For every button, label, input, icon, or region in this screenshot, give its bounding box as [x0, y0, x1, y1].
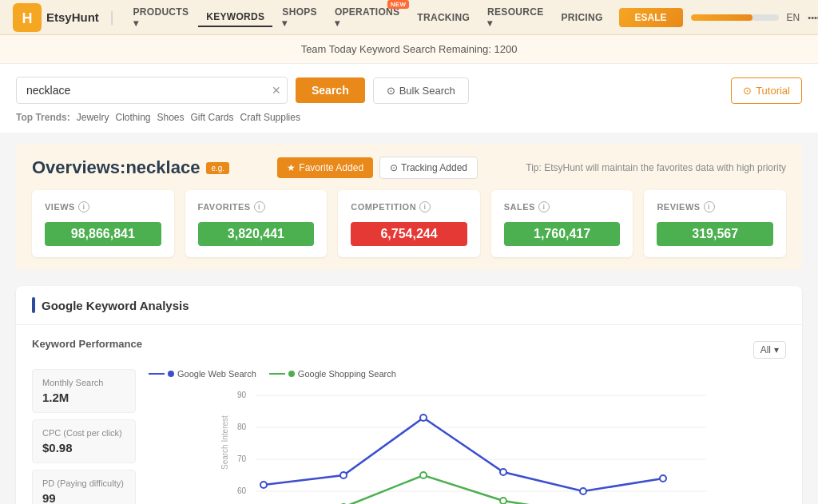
bulk-search-button[interactable]: ⊙ Bulk Search — [373, 77, 469, 104]
metric-monthly-search: Monthly Search 1.2M — [32, 369, 136, 413]
logo-text: EtsyHunt — [46, 10, 99, 24]
keyword-layout: Monthly Search 1.2M CPC (Cost per click)… — [32, 369, 786, 504]
trends-row: Top Trends: Jewelry Clothing Shoes Gift … — [16, 112, 802, 123]
svg-text:80: 80 — [237, 423, 247, 431]
stat-value-views: 98,866,841 — [45, 222, 161, 246]
main-content: Overviews:necklace e.g. ★ Favorite Added… — [0, 133, 818, 504]
legend-dot-green — [288, 371, 295, 377]
tracking-icon: ⊙ — [390, 162, 398, 173]
star-icon: ★ — [287, 162, 296, 173]
nav-item-pricing[interactable]: PRICING — [553, 9, 610, 26]
stat-label-sales: SALES i — [504, 201, 621, 212]
search-input[interactable] — [16, 77, 288, 104]
svg-text:60: 60 — [237, 486, 247, 495]
overviews-title-area: Overviews:necklace e.g. — [32, 157, 229, 178]
tutorial-button[interactable]: ⊙ Tutorial — [731, 77, 802, 104]
green-line — [264, 475, 663, 504]
legend-blue: Google Web Search — [149, 369, 256, 379]
bulk-search-icon: ⊙ — [387, 85, 395, 97]
nav-item-tracking[interactable]: TRACKING — [409, 9, 478, 26]
favorite-button[interactable]: ★ Favorite Added — [277, 157, 373, 178]
blue-dot-4 — [580, 488, 586, 494]
legend-line-green — [269, 373, 285, 375]
cpc-value: $0.98 — [42, 441, 125, 454]
legend-dot-blue — [168, 371, 174, 377]
info-icon-competition[interactable]: i — [419, 201, 431, 212]
keyword-chart-svg: 90 80 70 60 50 Search Interest — [149, 383, 786, 504]
pd-value: 99 — [42, 491, 125, 504]
main-nav: PRODUCTS ▾ KEYWORDS SHOPS ▾ OPERATIONS ▾… — [125, 3, 611, 32]
info-icon-views[interactable]: i — [78, 201, 89, 212]
stat-value-sales: 1,760,417 — [504, 222, 621, 246]
blue-dot-5 — [660, 475, 666, 482]
logo-icon: H — [13, 3, 42, 32]
svg-text:70: 70 — [237, 454, 247, 463]
overviews-header: Overviews:necklace e.g. ★ Favorite Added… — [32, 157, 786, 179]
info-icon-favorites[interactable]: i — [254, 201, 265, 212]
esale-button[interactable]: ESALE — [619, 8, 683, 27]
tracking-button[interactable]: ⊙ Tracking Added — [379, 157, 478, 179]
blue-dot-1 — [340, 472, 347, 478]
eg-badge: e.g. — [206, 162, 229, 174]
legend-green: Google Shopping Search — [269, 369, 396, 379]
trend-craft-supplies[interactable]: Craft Supplies — [240, 112, 300, 123]
search-input-wrap: ✕ — [16, 77, 288, 104]
stat-label-favorites: FAVORITES i — [198, 201, 315, 212]
metric-pd: PD (Paying difficulty) 99 — [32, 470, 136, 504]
logo[interactable]: H EtsyHunt — [13, 3, 99, 32]
search-row: ✕ Search ⊙ Bulk Search ⊙ Tutorial — [16, 77, 802, 104]
cpc-label: CPC (Cost per click) — [42, 428, 125, 438]
section-accent — [32, 297, 35, 313]
pd-label: PD (Paying difficulty) — [42, 478, 125, 488]
blue-dot-2 — [420, 415, 427, 421]
tutorial-icon: ⊙ — [743, 85, 752, 97]
search-clear-icon[interactable]: ✕ — [272, 84, 281, 97]
new-badge: NEW — [387, 0, 410, 9]
section-title: Google Keyword Analysis — [42, 299, 189, 312]
header-right: ESALE EN •••••••••• — [619, 8, 818, 27]
stat-value-competition: 6,754,244 — [351, 222, 467, 246]
nav-item-resource[interactable]: RESOURCE ▾ — [479, 3, 551, 32]
nav-item-operations[interactable]: OPERATIONS ▾ NEW — [327, 3, 407, 32]
nav-item-keywords[interactable]: KEYWORDS — [198, 8, 272, 27]
trend-shoes[interactable]: Shoes — [157, 112, 185, 123]
svg-text:H: H — [22, 10, 33, 26]
stats-cards: VIEWS i 98,866,841 FAVORITES i 3,820,441… — [32, 190, 786, 257]
trend-gift-cards[interactable]: Gift Cards — [191, 112, 234, 123]
esale-progress — [691, 14, 779, 21]
stat-label-competition: COMPETITION i — [351, 201, 467, 212]
stat-label-views: VIEWS i — [45, 201, 161, 212]
keyword-perf-title: Keyword Performance — [32, 338, 142, 350]
svg-text:Search Interest: Search Interest — [220, 415, 229, 470]
overviews-section: Overviews:necklace e.g. ★ Favorite Added… — [16, 144, 802, 270]
blue-dot-3 — [500, 469, 506, 475]
trend-clothing[interactable]: Clothing — [115, 112, 150, 123]
blue-line — [264, 418, 663, 491]
search-button[interactable]: Search — [296, 77, 365, 103]
chart-legend: Google Web Search Google Shopping Search — [149, 369, 396, 379]
search-area: ✕ Search ⊙ Bulk Search ⊙ Tutorial Top Tr… — [0, 64, 818, 133]
stat-card-views: VIEWS i 98,866,841 — [32, 190, 174, 257]
stat-label-reviews: REVIEWS i — [657, 201, 773, 212]
lang-selector[interactable]: EN — [787, 12, 800, 23]
keyword-section: Google Keyword Analysis Keyword Performa… — [16, 286, 802, 504]
section-title-bar: Google Keyword Analysis — [16, 286, 802, 325]
green-dot-2 — [420, 472, 427, 478]
stat-card-reviews: REVIEWS i 319,567 — [644, 190, 786, 257]
all-dropdown[interactable]: All ▾ — [753, 341, 786, 359]
nav-item-products[interactable]: PRODUCTS ▾ — [125, 3, 197, 32]
info-icon-sales[interactable]: i — [538, 201, 550, 212]
chart-header: Google Web Search Google Shopping Search — [149, 369, 786, 379]
subheader: Team Today Keyword Search Remaining: 120… — [0, 35, 818, 64]
nav-item-shops[interactable]: SHOPS ▾ — [274, 3, 325, 32]
tip-text: Tip: EtsyHunt will maintain the favorite… — [526, 162, 786, 173]
overviews-title: Overviews:necklace — [32, 157, 200, 178]
stat-card-sales: SALES i 1,760,417 — [491, 190, 633, 257]
monthly-search-value: 1.2M — [42, 391, 125, 404]
trend-jewelry[interactable]: Jewelry — [77, 112, 109, 123]
stat-value-favorites: 3,820,441 — [198, 222, 315, 246]
info-icon-reviews[interactable]: i — [704, 201, 715, 212]
monthly-search-label: Monthly Search — [42, 378, 125, 387]
user-area[interactable]: •••••••••• — [808, 13, 818, 22]
chart-svg-wrap: 90 80 70 60 50 Search Interest — [149, 383, 786, 504]
